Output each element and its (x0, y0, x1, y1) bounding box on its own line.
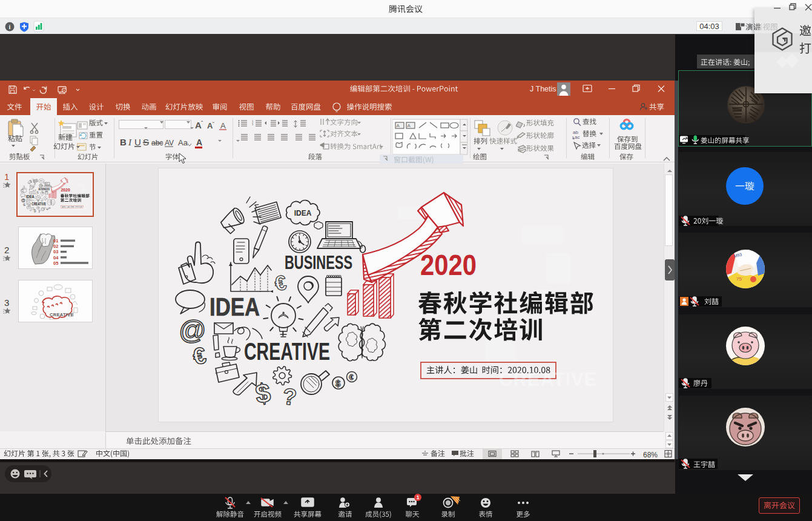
svg-text:05: 05 (53, 260, 58, 266)
svg-text:AV: AV (165, 139, 174, 147)
svg-text:ˆ: ˆ (201, 120, 203, 126)
svg-text:3: 3 (252, 123, 254, 126)
svg-text:˘: ˘ (212, 121, 214, 127)
svg-text:CREATIVE: CREATIVE (50, 312, 74, 317)
svg-text:ac: ac (575, 134, 579, 140)
svg-text:A: A (196, 138, 202, 147)
svg-text:A: A (220, 121, 226, 130)
svg-text:01: 01 (53, 238, 58, 244)
svg-text:75´: 75´ (736, 276, 744, 282)
svg-text:A: A (397, 123, 400, 128)
svg-text:03: 03 (53, 249, 58, 254)
svg-text:02: 02 (53, 244, 58, 249)
svg-text:i: i (9, 24, 11, 30)
svg-text:B: B (120, 137, 127, 147)
svg-text:U: U (134, 137, 141, 147)
svg-text:S: S (143, 137, 149, 147)
svg-text:04: 04 (53, 255, 59, 260)
svg-text:I: I (128, 138, 132, 147)
svg-text:A: A (408, 123, 411, 128)
svg-text:Aa: Aa (178, 138, 188, 147)
svg-text:abc: abc (151, 139, 163, 147)
